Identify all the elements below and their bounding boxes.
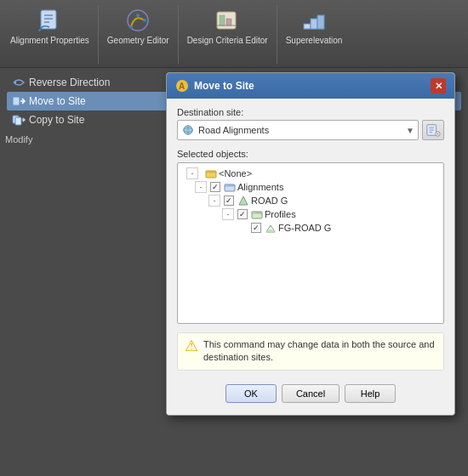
alignments-icon [224,181,236,193]
ribbon-btn-geometry-editor[interactable]: Geometry Editor [104,5,173,48]
dialog-close-button[interactable]: ✕ [431,78,446,94]
superelevation-label: Superelevation [286,36,343,46]
copy-to-site-label: Copy to Site [29,114,84,126]
destination-site-value: Road Alignments [198,125,402,135]
superelevation-icon [300,7,328,34]
destination-site-row: Road Alignments ▼ [177,120,444,140]
design-criteria-icon [214,7,241,34]
destination-site-label: Destination site: [177,107,444,117]
alignment-properties-icon [36,7,63,34]
svg-rect-14 [317,15,324,29]
objects-tree[interactable]: - <None> - ✓ Alignments - [177,162,444,324]
destination-site-select[interactable]: Road Alignments ▼ [177,120,419,140]
selected-objects-label: Selected objects: [177,149,444,159]
design-criteria-label: Design Criteria Editor [187,36,268,46]
warning-text: This command may change data in both the… [203,338,437,365]
folder-icon [205,167,217,179]
tree-expander-none[interactable]: - [186,167,198,179]
tree-item-none[interactable]: - <None> [181,167,440,180]
dialog-body: Destination site: Road Alignments ▼ [167,99,454,415]
svg-rect-13 [311,19,317,29]
help-button[interactable]: Help [345,384,396,403]
dialog-title-left: A Move to Site [175,79,254,93]
tree-item-fg-road-g[interactable]: ✓ FG-ROAD G [181,221,440,235]
warning-area: ⚠ This command may change data in both t… [177,332,444,371]
reverse-direction-icon [12,76,26,89]
checkbox-road-g[interactable]: ✓ [224,196,234,206]
tree-expander-alignments[interactable]: - [195,181,207,193]
reverse-direction-label: Reverse Direction [29,76,110,88]
svg-rect-9 [220,15,225,26]
ribbon-btn-alignment-properties[interactable]: Alignment Properties [7,5,93,48]
svg-rect-10 [226,19,231,26]
fg-road-g-icon [265,222,277,234]
dialog-app-icon: A [175,79,189,93]
move-to-site-label: Move to Site [29,95,86,107]
tree-item-fg-road-g-label: FG-ROAD G [278,223,331,233]
move-to-site-dialog: A Move to Site ✕ Destination site: Road … [166,72,455,416]
move-to-site-icon [12,94,26,108]
separator-3 [277,5,277,64]
geometry-editor-icon [124,7,151,34]
tree-item-profiles[interactable]: - ✓ Profiles [181,207,440,221]
site-icon [181,123,195,137]
tree-item-profiles-label: Profiles [265,209,296,219]
tree-item-road-g-label: ROAD G [251,196,288,206]
site-picker-button[interactable] [422,120,444,140]
tree-expander-profiles[interactable]: - [222,208,234,220]
ribbon-toolbar: Alignment Properties Geometry Editor [0,0,468,68]
dialog-buttons: OK Cancel Help [177,379,444,406]
tree-item-road-g[interactable]: - ✓ ROAD G [181,194,440,207]
checkbox-alignments[interactable]: ✓ [210,182,220,192]
svg-text:A: A [179,82,185,91]
svg-point-6 [143,19,146,22]
tree-item-none-label: <None> [219,168,252,178]
svg-rect-15 [13,97,20,105]
cancel-button[interactable]: Cancel [282,384,340,403]
separator-1 [98,5,99,64]
checkbox-profiles[interactable]: ✓ [237,209,248,219]
dropdown-arrow-icon: ▼ [406,126,414,135]
svg-point-5 [129,26,133,29]
svg-point-7 [136,14,140,17]
profiles-icon [251,208,263,220]
warning-icon: ⚠ [185,338,198,354]
tree-expander-road-g[interactable]: - [208,195,220,207]
ok-button[interactable]: OK [225,384,277,403]
tree-item-alignments[interactable]: - ✓ Alignments [181,180,440,194]
alignment-properties-label: Alignment Properties [10,36,89,46]
copy-to-site-icon [12,113,26,127]
checkbox-fg-road-g[interactable]: ✓ [251,223,261,233]
road-g-icon [237,195,249,207]
tree-item-alignments-label: Alignments [237,182,283,192]
svg-rect-17 [15,117,21,125]
separator-2 [178,5,179,64]
svg-rect-12 [304,24,311,29]
dialog-titlebar: A Move to Site ✕ [167,73,454,99]
ribbon-btn-design-criteria[interactable]: Design Criteria Editor [184,5,271,48]
ribbon-btn-superelevation[interactable]: Superelevation [283,5,346,48]
geometry-editor-label: Geometry Editor [107,36,169,46]
dialog-title-text: Move to Site [194,80,254,92]
